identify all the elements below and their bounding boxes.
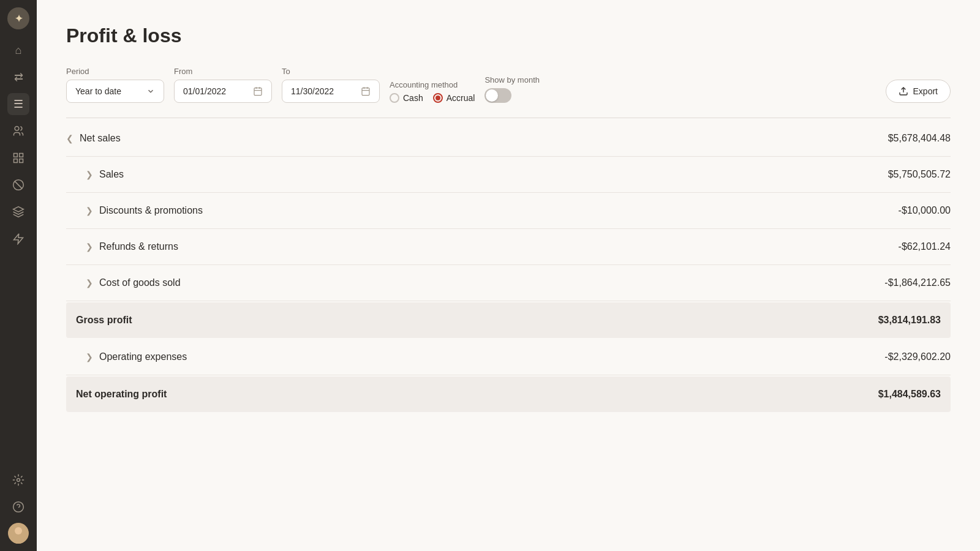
row-label: Sales xyxy=(99,169,124,180)
row-left: ❯ Sales xyxy=(86,169,124,180)
gross-profit-row: Gross profit $3,814,191.83 xyxy=(66,302,951,338)
row-left: Net operating profit xyxy=(76,389,167,400)
accrual-label: Accrual xyxy=(447,93,475,103)
from-date-value: 01/01/2022 xyxy=(183,86,226,96)
svg-rect-13 xyxy=(254,88,262,96)
toggle-knob xyxy=(486,89,498,102)
table-row[interactable]: ❯ Refunds & returns -$62,101.24 xyxy=(66,229,951,265)
chevron-down-icon xyxy=(146,87,155,96)
chevron-icon: ❯ xyxy=(86,352,93,362)
app-logo[interactable]: ✦ xyxy=(7,7,29,29)
svg-rect-17 xyxy=(362,88,369,96)
chevron-icon: ❯ xyxy=(86,278,93,288)
period-select[interactable]: Year to date xyxy=(66,80,164,103)
sidebar-item-integrations[interactable] xyxy=(7,201,29,223)
table-row[interactable]: ❮ Net sales $5,678,404.48 xyxy=(66,121,951,157)
sidebar-item-reports[interactable]: ☰ xyxy=(7,93,29,115)
svg-point-7 xyxy=(17,479,20,482)
to-date-input[interactable]: 11/30/2022 xyxy=(282,80,380,103)
accounting-label: Accounting method xyxy=(390,80,475,89)
table-row[interactable]: ❯ Cost of goods sold -$1,864,212.65 xyxy=(66,265,951,301)
row-value: -$1,864,212.65 xyxy=(884,277,951,288)
show-by-label: Show by month xyxy=(484,75,540,84)
svg-point-8 xyxy=(13,502,24,512)
export-icon xyxy=(899,86,908,96)
main-content: Profit & loss Period Year to date From 0… xyxy=(37,0,980,551)
to-label: To xyxy=(282,67,380,76)
row-value: $1,484,589.63 xyxy=(878,389,941,400)
show-by-month-filter: Show by month xyxy=(484,75,540,103)
period-value: Year to date xyxy=(75,86,121,96)
export-button[interactable]: Export xyxy=(886,80,951,103)
cash-label: Cash xyxy=(403,93,423,103)
table-row[interactable]: ❯ Operating expenses -$2,329,602.20 xyxy=(66,339,951,375)
sidebar-item-activity[interactable] xyxy=(7,228,29,250)
row-left: ❯ Discounts & promotions xyxy=(86,205,203,216)
svg-line-6 xyxy=(15,181,22,189)
from-label: From xyxy=(174,67,272,76)
chevron-icon: ❯ xyxy=(86,206,93,216)
chevron-icon: ❯ xyxy=(86,170,93,179)
sidebar-item-products[interactable] xyxy=(7,147,29,169)
sidebar: ✦ ⌂ ⇄ ☰ xyxy=(0,0,37,551)
from-date-input[interactable]: 01/01/2022 xyxy=(174,80,272,103)
svg-rect-1 xyxy=(14,154,18,157)
sidebar-item-help[interactable] xyxy=(7,496,29,518)
row-value: -$2,329,602.20 xyxy=(884,351,951,362)
row-left: ❯ Refunds & returns xyxy=(86,241,178,252)
chevron-icon: ❮ xyxy=(66,133,74,143)
accounting-radio-group: Cash Accrual xyxy=(390,93,475,103)
net-operating-profit-row: Net operating profit $1,484,589.63 xyxy=(66,377,951,412)
page-title: Profit & loss xyxy=(66,24,951,47)
row-value: -$10,000.00 xyxy=(899,205,951,216)
table-row[interactable]: ❯ Sales $5,750,505.72 xyxy=(66,157,951,193)
svg-rect-2 xyxy=(20,154,23,157)
row-left: ❯ Cost of goods sold xyxy=(86,277,181,288)
row-value: -$62,101.24 xyxy=(899,241,951,252)
row-label: Operating expenses xyxy=(99,351,187,362)
period-label: Period xyxy=(66,67,164,76)
row-left: ❮ Net sales xyxy=(66,133,121,144)
to-filter: To 11/30/2022 xyxy=(282,67,380,103)
row-label: Cost of goods sold xyxy=(99,277,181,288)
filter-bar: Period Year to date From 01/01/2022 To xyxy=(66,67,951,103)
accrual-radio[interactable]: Accrual xyxy=(433,93,475,103)
row-left: Gross profit xyxy=(76,315,132,326)
row-left: ❯ Operating expenses xyxy=(86,351,187,362)
row-label: Refunds & returns xyxy=(99,241,178,252)
svg-rect-4 xyxy=(20,159,23,163)
row-value: $5,750,505.72 xyxy=(888,169,951,180)
chevron-icon: ❯ xyxy=(86,242,93,252)
svg-point-11 xyxy=(15,527,22,534)
show-by-month-toggle[interactable] xyxy=(484,88,511,103)
sidebar-item-settings[interactable] xyxy=(7,469,29,491)
row-label: Net operating profit xyxy=(76,389,167,400)
accrual-radio-circle xyxy=(433,93,443,103)
accounting-method-filter: Accounting method Cash Accrual xyxy=(390,80,475,103)
sidebar-item-users[interactable] xyxy=(7,120,29,142)
row-label: Discounts & promotions xyxy=(99,205,203,216)
export-label: Export xyxy=(913,86,938,96)
cash-radio[interactable]: Cash xyxy=(390,93,423,103)
to-date-value: 11/30/2022 xyxy=(291,86,334,96)
sidebar-item-transfer[interactable]: ⇄ xyxy=(7,66,29,88)
row-value: $5,678,404.48 xyxy=(888,133,951,144)
row-value: $3,814,191.83 xyxy=(878,315,941,326)
table-row[interactable]: ❯ Discounts & promotions -$10,000.00 xyxy=(66,193,951,229)
cash-radio-circle xyxy=(390,93,399,103)
calendar-icon-to xyxy=(361,86,371,96)
report-table: ❮ Net sales $5,678,404.48 ❯ Sales $5,750… xyxy=(66,121,951,412)
sidebar-item-home[interactable]: ⌂ xyxy=(7,39,29,61)
row-label: Net sales xyxy=(80,133,121,144)
period-filter: Period Year to date xyxy=(66,67,164,103)
calendar-icon xyxy=(253,86,263,96)
sidebar-item-discounts[interactable] xyxy=(7,174,29,196)
from-filter: From 01/01/2022 xyxy=(174,67,272,103)
svg-point-0 xyxy=(15,127,19,131)
user-avatar[interactable] xyxy=(8,523,29,544)
table-divider xyxy=(66,118,951,118)
row-label: Gross profit xyxy=(76,315,132,326)
svg-rect-3 xyxy=(14,159,18,163)
